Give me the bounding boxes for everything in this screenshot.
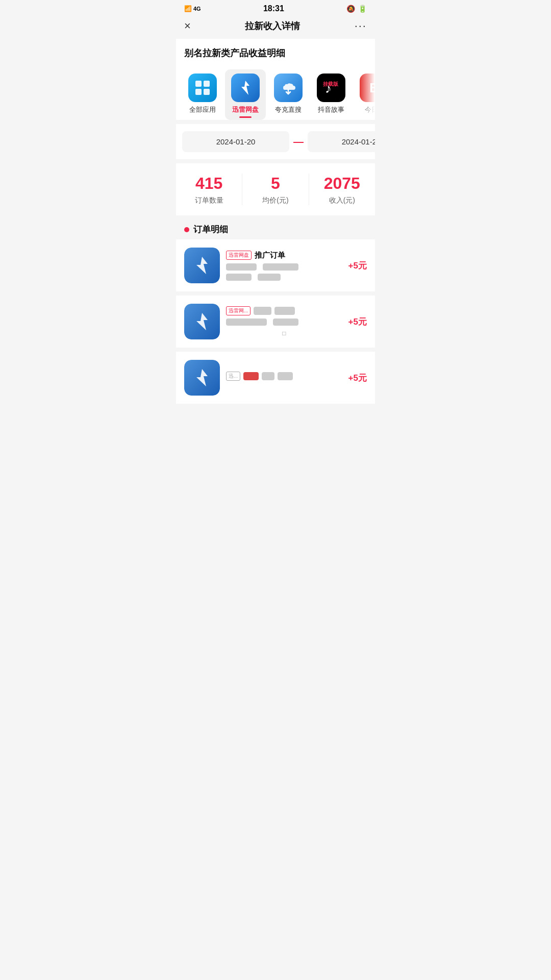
blur-title-2a [254,307,271,315]
app-tabs-container: 全部应用 迅雷网盘 [176,65,375,120]
start-date-input[interactable] [182,131,289,152]
tab-kuake-label: 夸克直搜 [275,105,302,114]
order-item-2[interactable]: 迅雷网... □ +5元 [176,296,375,352]
svg-rect-0 [195,81,202,87]
tab-kuake-icon [274,74,303,102]
tab-today[interactable]: E 今日... [354,69,375,120]
order-content-1: 迅雷网盘 推广订单 [226,251,342,281]
tab-all-icon [188,74,217,102]
xunlei-bg-1 [184,248,220,283]
kuake-cloud-svg [279,79,297,97]
order-xunlei-bird-3 [189,365,215,390]
blur-2b [273,318,298,326]
blur-title-2b [274,307,295,315]
order-amount-1: +5元 [348,260,367,272]
section-title: 别名拉新类产品收益明细 [176,39,375,65]
date-dash: — [293,136,304,148]
stat-avg-label: 均价(元) [262,196,288,205]
stat-order-label: 订单数量 [195,196,223,205]
svg-rect-2 [195,89,202,95]
xunlei-bird-svg [235,78,256,98]
nav-bar: × 拉新收入详情 ··· [176,15,375,39]
signal-indicator: 📶 4G [184,5,201,12]
today-label-icon: E [369,80,375,96]
order-app-icon-2 [184,304,220,339]
stats-row: 415 订单数量 5 均价(元) 2075 收入(元) [176,163,375,215]
signal-bars: 4G [193,6,201,12]
order-list: 迅雷网盘 推广订单 +5元 迅雷网... [176,239,375,404]
order-info-row-1b [226,274,342,281]
end-date-input[interactable] [308,131,375,152]
blur-title-3b [262,372,274,380]
blur-1c [226,274,252,281]
more-button[interactable]: ··· [355,19,367,33]
stat-avg-value: 5 [271,174,280,193]
tab-xunlei[interactable]: 迅雷网盘 [225,69,266,120]
xunlei-bg-2 [184,304,220,339]
tab-all-label: 全部应用 [189,105,216,114]
order-info-row-2a [226,318,342,326]
active-underline [239,116,252,118]
status-icons: 🔕 🔋 [346,5,367,13]
blur-1b [263,263,298,271]
time-display: 18:31 [263,4,284,13]
stat-order-value: 415 [195,174,222,193]
tab-douyin[interactable]: ♪ 挂载版 抖音故事 [311,69,352,120]
blur-title-3a [243,372,259,380]
order-title-1: 推广订单 [255,251,285,260]
order-content-2: 迅雷网... □ [226,306,342,337]
tab-today-label: 今日... [365,105,375,114]
tab-xunlei-label: 迅雷网盘 [232,105,259,114]
order-top-row-2: 迅雷网... [226,306,342,315]
blur-1d [258,274,281,281]
tab-douyin-label: 抖音故事 [318,105,344,114]
mute-icon: 🔕 [346,5,355,13]
status-bar: 📶 4G 18:31 🔕 🔋 [176,0,375,15]
stat-revenue-label: 收入(元) [329,196,355,205]
order-app-icon-3 [184,360,220,396]
order-xunlei-bird-2 [189,309,215,334]
date-filter: — 查询 [176,124,375,159]
network-type: 📶 [184,5,192,12]
app-badge-3: 迅... [226,372,240,381]
tab-all-apps[interactable]: 全部应用 [182,69,223,120]
order-item-3[interactable]: 迅... +5元 [176,352,375,404]
blur-2a [226,318,267,326]
order-content-3: 迅... [226,372,342,384]
tab-xunlei-icon [231,74,260,102]
order-item[interactable]: 迅雷网盘 推广订单 +5元 [176,239,375,296]
order-top-row-3: 迅... [226,372,342,381]
blur-title-3c [278,372,293,380]
svg-rect-3 [204,89,210,95]
order-info-row-1a [226,263,342,271]
close-button[interactable]: × [184,19,191,33]
stat-avg-price: 5 均价(元) [242,174,309,205]
douyin-note-svg: ♪ 挂载版 [322,79,340,97]
app-badge-2: 迅雷网... [226,306,251,315]
svg-rect-1 [204,81,210,87]
stat-order-count: 415 订单数量 [176,174,242,205]
order-xunlei-bird-1 [189,253,215,278]
tab-kuake[interactable]: 夸克直搜 [268,69,309,120]
order-amount-2: +5元 [348,316,367,328]
tab-today-icon: E [360,74,375,102]
stat-revenue-value: 2075 [324,174,360,193]
svg-text:挂载版: 挂载版 [322,81,339,87]
order-app-icon-1 [184,248,220,283]
tab-douyin-icon: ♪ 挂载版 [317,74,345,102]
all-apps-svg [193,79,212,97]
blur-1a [226,263,257,271]
app-badge-1: 迅雷网盘 [226,251,252,260]
order-amount-3: +5元 [348,372,367,384]
page-title: 拉新收入详情 [245,20,300,32]
xunlei-bg-3 [184,360,220,396]
order-section-header: 订单明细 [176,215,375,239]
battery-icon: 🔋 [358,5,367,13]
order-section-title: 订单明细 [193,224,228,235]
order-top-row-1: 迅雷网盘 推广订单 [226,251,342,260]
order-bottom-2: □ [226,330,342,337]
stat-revenue: 2075 收入(元) [309,174,375,205]
app-tabs-scroll: 全部应用 迅雷网盘 [176,69,375,120]
red-dot-icon [184,227,189,232]
